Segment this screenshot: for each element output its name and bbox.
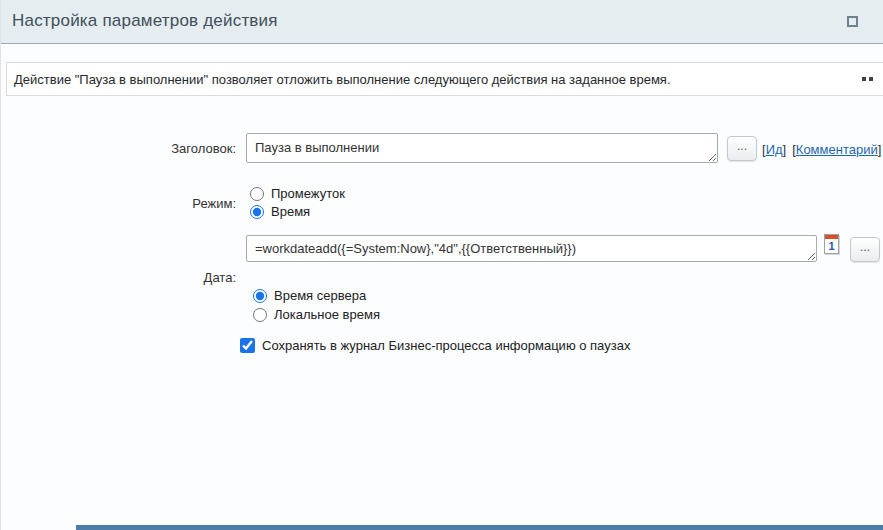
- date-option-server-time[interactable]: Время сервера: [253, 288, 366, 303]
- log-pauses-label: Сохранять в журнал Бизнес-процесса инфор…: [262, 338, 630, 353]
- server-time-radio-label: Время сервера: [274, 288, 366, 303]
- id-link-bracket: ]: [783, 142, 787, 157]
- date-label: Дата:: [1, 270, 236, 285]
- mode-option-time[interactable]: Время: [250, 204, 310, 219]
- title-links: [Ид][Комментарий]: [762, 142, 881, 157]
- date-more-button[interactable]: ...: [850, 237, 880, 262]
- time-radio[interactable]: [250, 205, 264, 219]
- action-hint-text: Действие "Пауза в выполнении" позволяет …: [14, 72, 671, 87]
- server-time-radio[interactable]: [253, 289, 267, 303]
- interval-radio-label: Промежуток: [271, 186, 345, 201]
- id-link[interactable]: Ид: [766, 142, 783, 157]
- title-input[interactable]: Пауза в выполнении: [246, 133, 718, 163]
- log-pauses-checkbox[interactable]: [240, 338, 255, 353]
- mode-option-interval[interactable]: Промежуток: [250, 186, 345, 201]
- bottom-accent-bar: [76, 525, 883, 530]
- dialog-header: Настройка параметров действия: [1, 0, 883, 44]
- title-label: Заголовок:: [1, 141, 236, 156]
- page-title: Настройка параметров действия: [12, 11, 278, 31]
- action-hint-bar: Действие "Пауза в выполнении" позволяет …: [6, 62, 883, 96]
- ellipsis-menu-icon[interactable]: [862, 77, 873, 81]
- log-pauses-option[interactable]: Сохранять в журнал Бизнес-процесса инфор…: [240, 338, 630, 353]
- calendar-icon-day: 1: [825, 239, 838, 253]
- title-more-button[interactable]: ...: [727, 136, 757, 161]
- action-settings-dialog: Настройка параметров действия Действие "…: [0, 0, 883, 530]
- interval-radio[interactable]: [250, 187, 264, 201]
- time-radio-label: Время: [271, 204, 310, 219]
- mode-label: Режим:: [1, 196, 236, 211]
- local-time-radio-label: Локальное время: [274, 307, 380, 322]
- calendar-icon[interactable]: 1: [824, 234, 839, 254]
- date-formula-input[interactable]: =workdateadd({=System:Now},"4d",{{Ответс…: [246, 235, 817, 262]
- comment-link[interactable]: Комментарий: [796, 142, 878, 157]
- date-option-local-time[interactable]: Локальное время: [253, 307, 380, 322]
- local-time-radio[interactable]: [253, 308, 267, 322]
- comment-link-bracket: ]: [878, 142, 882, 157]
- maximize-icon[interactable]: [847, 16, 858, 27]
